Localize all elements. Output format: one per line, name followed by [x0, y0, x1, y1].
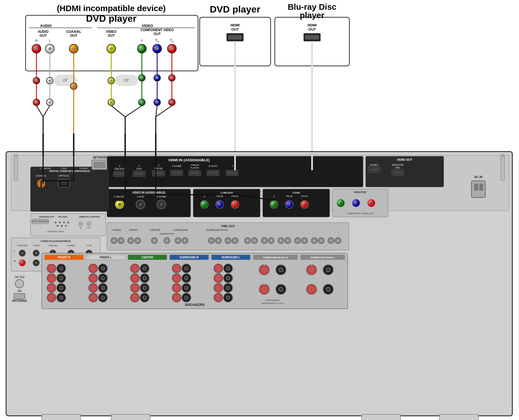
svg-text:Y: Y	[204, 195, 205, 198]
svg-point-269	[225, 238, 231, 244]
svg-point-150	[203, 203, 206, 206]
svg-rect-212	[11, 238, 100, 271]
svg-point-337	[89, 274, 98, 283]
svg-rect-303	[128, 255, 167, 260]
svg-text:+: +	[263, 264, 265, 267]
svg-text:ZONE2: ZONE2	[113, 229, 121, 231]
svg-text:DIGITAL AUDIO IN (ASSIGNABLE): DIGITAL AUDIO IN (ASSIGNABLE)	[49, 170, 90, 172]
svg-point-392	[226, 286, 230, 290]
svg-text:2 DVD: 2 DVD	[293, 191, 300, 194]
svg-text:FRONT: FRONT	[129, 229, 138, 231]
svg-text:CBL/SAT: CBL/SAT	[115, 167, 125, 170]
svg-point-344	[101, 286, 105, 290]
svg-text:VIDEO: VIDEO	[106, 30, 116, 34]
svg-rect-107	[133, 171, 145, 177]
svg-text:CBL/SAT: CBL/SAT	[43, 167, 51, 169]
svg-point-374	[175, 286, 178, 290]
svg-text:SURROUND: SURROUND	[174, 229, 188, 231]
svg-point-248	[111, 238, 117, 244]
svg-rect-435	[92, 160, 107, 170]
svg-point-57	[46, 99, 53, 106]
svg-point-327	[57, 293, 66, 302]
connection-lines-svg: AUDIO VIDEO AUDIO OUT R L COAXIAL OUT VI…	[0, 0, 519, 420]
svg-text:5 CD: 5 CD	[86, 244, 92, 247]
svg-text:+: +	[263, 283, 265, 286]
svg-point-257	[153, 239, 155, 242]
svg-rect-114	[170, 170, 183, 176]
svg-point-202	[67, 222, 69, 223]
svg-point-74	[171, 77, 173, 79]
svg-point-254	[135, 238, 141, 244]
svg-rect-121	[207, 170, 219, 176]
svg-rect-2	[275, 17, 349, 66]
svg-point-262	[177, 239, 179, 242]
svg-point-284	[287, 239, 289, 242]
svg-text:−: −	[60, 263, 62, 265]
svg-point-390	[217, 286, 220, 290]
svg-text:IN: IN	[80, 227, 82, 229]
svg-point-396	[226, 296, 230, 299]
svg-point-235	[50, 260, 56, 266]
svg-rect-115	[172, 171, 181, 174]
svg-point-347	[98, 293, 107, 302]
svg-point-266	[210, 239, 212, 242]
svg-point-276	[253, 239, 256, 242]
svg-point-76	[108, 99, 115, 106]
svg-text:HDMI: HDMI	[230, 23, 239, 27]
svg-rect-146	[193, 189, 260, 217]
svg-text:OPTICAL: OPTICAL	[59, 174, 70, 177]
svg-rect-104	[115, 172, 124, 175]
svg-point-82	[154, 99, 160, 106]
svg-text:COAXIAL: COAXIAL	[36, 174, 46, 177]
svg-point-259	[164, 238, 170, 244]
svg-point-152	[216, 201, 224, 208]
svg-rect-48	[54, 75, 76, 86]
svg-text:R: R	[14, 260, 16, 263]
svg-text:3 Blu-ray: 3 Blu-ray	[48, 244, 57, 247]
svg-point-203	[57, 225, 58, 227]
svg-point-47	[49, 80, 51, 82]
svg-text:NETWORK: NETWORK	[93, 156, 107, 159]
svg-point-174	[355, 202, 357, 204]
svg-point-175	[367, 199, 375, 207]
svg-point-343	[98, 283, 107, 292]
svg-point-387	[224, 274, 233, 283]
svg-point-275	[251, 238, 258, 244]
svg-point-145	[160, 203, 163, 206]
svg-point-354	[133, 276, 137, 280]
svg-point-227	[70, 252, 72, 254]
svg-rect-134	[393, 171, 402, 174]
svg-point-142	[139, 203, 142, 206]
svg-text:1: 1	[119, 165, 120, 167]
svg-point-368	[185, 267, 188, 270]
svg-point-293	[328, 238, 334, 244]
svg-rect-37	[228, 35, 242, 39]
svg-point-77	[110, 101, 112, 103]
svg-point-367	[182, 264, 191, 273]
svg-point-83	[156, 101, 158, 103]
svg-point-155	[231, 201, 239, 208]
svg-text:Blu-ray Disc: Blu-ray Disc	[288, 2, 336, 11]
svg-point-44	[35, 80, 38, 82]
svg-text:SURROUND L: SURROUND L	[222, 256, 240, 259]
svg-rect-41	[305, 35, 319, 39]
svg-point-46	[46, 77, 53, 84]
svg-point-250	[118, 238, 124, 244]
svg-point-225	[52, 252, 54, 254]
svg-point-356	[143, 276, 146, 280]
svg-point-369	[172, 274, 181, 283]
svg-point-372	[185, 276, 188, 280]
svg-rect-64	[115, 75, 138, 86]
svg-text:AUDIO: AUDIO	[40, 24, 52, 28]
svg-text:RS-232C: RS-232C	[58, 216, 68, 218]
svg-point-391	[224, 283, 233, 292]
svg-rect-437	[42, 414, 81, 420]
svg-text:VIDEO: VIDEO	[142, 24, 153, 28]
svg-point-349	[130, 264, 139, 273]
svg-point-288	[303, 239, 306, 242]
svg-point-239	[86, 260, 92, 266]
svg-point-413	[323, 265, 333, 275]
svg-point-204	[61, 225, 63, 227]
svg-text:CD: CD	[102, 167, 104, 169]
svg-point-380	[185, 296, 188, 299]
